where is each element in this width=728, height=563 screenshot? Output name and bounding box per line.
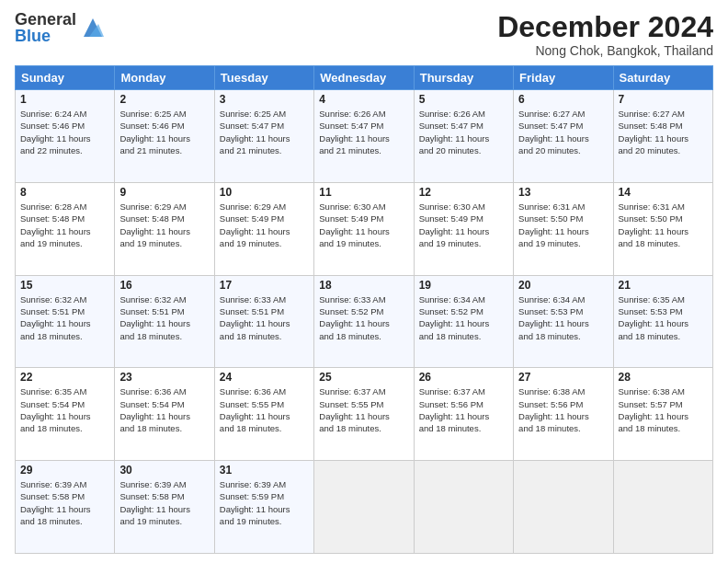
calendar-day-cell: 4Sunrise: 6:26 AM Sunset: 5:47 PM Daylig… [314,90,414,183]
day-number: 13 [518,186,608,199]
calendar-day-cell: 28Sunrise: 6:38 AM Sunset: 5:57 PM Dayli… [613,368,712,461]
calendar-day-cell: 18Sunrise: 6:33 AM Sunset: 5:52 PM Dayli… [314,275,414,368]
calendar-day-cell: 13Sunrise: 6:31 AM Sunset: 5:50 PM Dayli… [514,182,613,275]
calendar-week-row: 29Sunrise: 6:39 AM Sunset: 5:58 PM Dayli… [16,461,713,554]
day-info: Sunrise: 6:29 AM Sunset: 5:48 PM Dayligh… [119,201,209,249]
day-number: 20 [518,279,608,292]
day-info: Sunrise: 6:36 AM Sunset: 5:54 PM Dayligh… [119,385,209,434]
logo: General Blue [15,11,106,44]
calendar-day-cell: 6Sunrise: 6:27 AM Sunset: 5:47 PM Daylig… [514,90,613,183]
day-info: Sunrise: 6:29 AM Sunset: 5:49 PM Dayligh… [220,201,309,249]
day-info: Sunrise: 6:24 AM Sunset: 5:46 PM Dayligh… [20,108,109,156]
logo-text: General Blue [15,11,76,44]
calendar-day-cell: 26Sunrise: 6:37 AM Sunset: 5:56 PM Dayli… [414,368,513,461]
calendar-day-cell: 22Sunrise: 6:35 AM Sunset: 5:54 PM Dayli… [16,368,115,461]
day-number: 15 [20,279,109,292]
calendar-day-cell: 25Sunrise: 6:37 AM Sunset: 5:55 PM Dayli… [314,368,414,461]
calendar-week-row: 15Sunrise: 6:32 AM Sunset: 5:51 PM Dayli… [16,275,713,368]
calendar-day-cell: 7Sunrise: 6:27 AM Sunset: 5:48 PM Daylig… [613,90,712,183]
day-info: Sunrise: 6:31 AM Sunset: 5:50 PM Dayligh… [518,201,608,249]
day-number: 11 [319,186,408,199]
calendar-day-cell [514,461,613,554]
calendar-table: SundayMondayTuesdayWednesdayThursdayFrid… [15,65,713,554]
day-info: Sunrise: 6:26 AM Sunset: 5:47 PM Dayligh… [319,108,408,156]
day-number: 23 [119,371,209,384]
day-number: 10 [220,186,309,199]
weekday-header-cell: Wednesday [314,66,414,90]
day-info: Sunrise: 6:28 AM Sunset: 5:48 PM Dayligh… [20,201,109,249]
day-number: 27 [518,371,608,384]
header: General Blue December 2024 Nong Chok, Ba… [15,11,713,58]
day-number: 19 [419,279,508,292]
day-number: 22 [20,371,109,384]
day-info: Sunrise: 6:38 AM Sunset: 5:57 PM Dayligh… [619,385,708,434]
weekday-header-cell: Monday [115,66,214,90]
calendar-day-cell: 23Sunrise: 6:36 AM Sunset: 5:54 PM Dayli… [115,368,214,461]
weekday-header-cell: Friday [514,66,613,90]
calendar-day-cell: 14Sunrise: 6:31 AM Sunset: 5:50 PM Dayli… [613,182,712,275]
calendar-body: 1Sunrise: 6:24 AM Sunset: 5:46 PM Daylig… [16,90,713,554]
day-info: Sunrise: 6:32 AM Sunset: 5:51 PM Dayligh… [20,293,109,342]
day-number: 25 [319,371,408,384]
day-number: 26 [419,371,508,384]
day-info: Sunrise: 6:25 AM Sunset: 5:46 PM Dayligh… [119,108,209,156]
logo-general: General [15,11,76,28]
day-info: Sunrise: 6:34 AM Sunset: 5:52 PM Dayligh… [419,293,508,342]
day-number: 18 [319,279,408,292]
day-number: 9 [119,186,209,199]
page: General Blue December 2024 Nong Chok, Ba… [0,0,728,563]
day-number: 29 [20,464,109,477]
title-month: December 2024 [497,11,713,43]
calendar-week-row: 1Sunrise: 6:24 AM Sunset: 5:46 PM Daylig… [16,90,713,183]
day-info: Sunrise: 6:35 AM Sunset: 5:53 PM Dayligh… [619,293,708,342]
day-info: Sunrise: 6:30 AM Sunset: 5:49 PM Dayligh… [419,201,508,249]
day-info: Sunrise: 6:38 AM Sunset: 5:56 PM Dayligh… [518,385,608,434]
calendar-day-cell: 20Sunrise: 6:34 AM Sunset: 5:53 PM Dayli… [514,275,613,368]
calendar-day-cell: 21Sunrise: 6:35 AM Sunset: 5:53 PM Dayli… [613,275,712,368]
day-number: 16 [119,279,209,292]
day-info: Sunrise: 6:27 AM Sunset: 5:47 PM Dayligh… [518,108,608,156]
weekday-header-row: SundayMondayTuesdayWednesdayThursdayFrid… [16,66,713,90]
calendar-day-cell: 16Sunrise: 6:32 AM Sunset: 5:51 PM Dayli… [115,275,214,368]
day-info: Sunrise: 6:39 AM Sunset: 5:59 PM Dayligh… [220,478,309,527]
day-info: Sunrise: 6:26 AM Sunset: 5:47 PM Dayligh… [419,108,508,156]
day-info: Sunrise: 6:32 AM Sunset: 5:51 PM Dayligh… [119,293,209,342]
day-number: 28 [619,371,708,384]
title-location: Nong Chok, Bangkok, Thailand [497,43,713,58]
calendar-day-cell: 29Sunrise: 6:39 AM Sunset: 5:58 PM Dayli… [16,461,115,554]
calendar-day-cell [314,461,414,554]
day-info: Sunrise: 6:25 AM Sunset: 5:47 PM Dayligh… [220,108,309,156]
day-info: Sunrise: 6:33 AM Sunset: 5:51 PM Dayligh… [220,293,309,342]
calendar-day-cell: 3Sunrise: 6:25 AM Sunset: 5:47 PM Daylig… [214,90,313,183]
day-info: Sunrise: 6:39 AM Sunset: 5:58 PM Dayligh… [20,478,109,527]
day-number: 2 [119,93,209,106]
calendar-day-cell [414,461,513,554]
day-number: 5 [419,93,508,106]
day-number: 8 [20,186,109,199]
day-number: 17 [220,279,309,292]
day-info: Sunrise: 6:36 AM Sunset: 5:55 PM Dayligh… [220,385,309,434]
weekday-header-cell: Thursday [414,66,513,90]
weekday-header-cell: Saturday [613,66,712,90]
day-number: 1 [20,93,109,106]
day-number: 24 [220,371,309,384]
calendar-day-cell: 1Sunrise: 6:24 AM Sunset: 5:46 PM Daylig… [16,90,115,183]
day-number: 21 [619,279,708,292]
day-info: Sunrise: 6:39 AM Sunset: 5:58 PM Dayligh… [119,478,209,527]
calendar-day-cell: 24Sunrise: 6:36 AM Sunset: 5:55 PM Dayli… [214,368,313,461]
logo-blue: Blue [15,28,76,44]
day-info: Sunrise: 6:27 AM Sunset: 5:48 PM Dayligh… [619,108,708,156]
day-info: Sunrise: 6:30 AM Sunset: 5:49 PM Dayligh… [319,201,408,249]
day-number: 6 [518,93,608,106]
day-info: Sunrise: 6:34 AM Sunset: 5:53 PM Dayligh… [518,293,608,342]
calendar-day-cell: 12Sunrise: 6:30 AM Sunset: 5:49 PM Dayli… [414,182,513,275]
day-info: Sunrise: 6:37 AM Sunset: 5:55 PM Dayligh… [319,385,408,434]
calendar-day-cell: 2Sunrise: 6:25 AM Sunset: 5:46 PM Daylig… [115,90,214,183]
calendar-week-row: 8Sunrise: 6:28 AM Sunset: 5:48 PM Daylig… [16,182,713,275]
calendar-week-row: 22Sunrise: 6:35 AM Sunset: 5:54 PM Dayli… [16,368,713,461]
day-info: Sunrise: 6:31 AM Sunset: 5:50 PM Dayligh… [619,201,708,249]
calendar-day-cell: 5Sunrise: 6:26 AM Sunset: 5:47 PM Daylig… [414,90,513,183]
weekday-header-cell: Sunday [16,66,115,90]
calendar-day-cell: 8Sunrise: 6:28 AM Sunset: 5:48 PM Daylig… [16,182,115,275]
day-number: 14 [619,186,708,199]
